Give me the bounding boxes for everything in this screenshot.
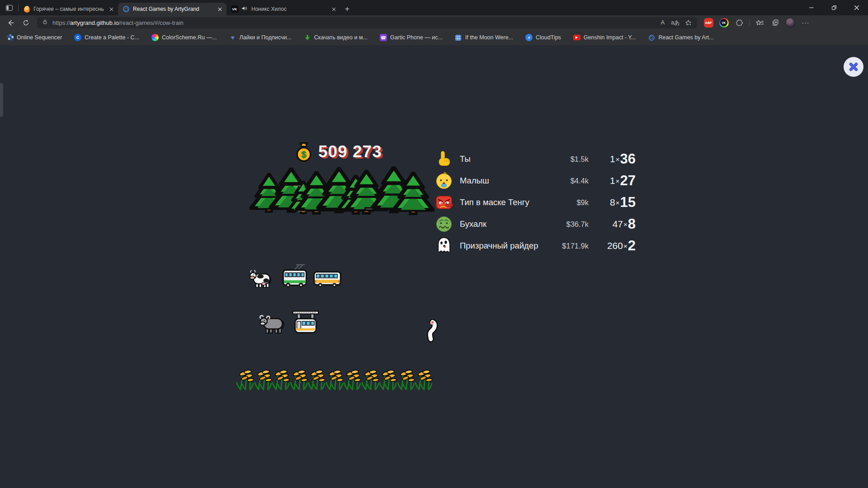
upgrade-row-baby[interactable]: Малыш $4.4k 1×27 <box>435 170 636 192</box>
nauseated-face-icon <box>435 215 453 233</box>
upgrade-price: $171.9k <box>548 242 589 250</box>
tab-pikabu[interactable]: Горячее – самые интересные и <box>19 3 118 15</box>
bookmark-video-download[interactable]: Скачать видео и м... <box>304 34 368 41</box>
close-window-button[interactable] <box>845 0 868 15</box>
upgrade-row-buhalk[interactable]: Бухалк $36.7k 47×8 <box>435 213 636 235</box>
settings-menu-icon[interactable]: ··· <box>798 17 813 28</box>
adblock-plus-icon[interactable]: ABP <box>701 17 716 28</box>
bookmark-cloudtips[interactable]: // CloudTips <box>525 34 561 41</box>
tab-close-icon[interactable] <box>216 5 224 13</box>
back-button[interactable] <box>4 17 17 28</box>
bus-icon[interactable] <box>312 270 342 289</box>
window-controls <box>800 0 868 15</box>
bookmark-colorscheme[interactable]: ColorScheme.Ru —... <box>151 34 217 41</box>
upgrade-count: 1×27 <box>589 173 636 189</box>
tab-actions-button[interactable] <box>0 0 18 15</box>
upgrade-count: 8×15 <box>589 194 636 211</box>
tab-react-games[interactable]: React Games by ArtyGrand <box>118 3 226 15</box>
worm-icon[interactable] <box>423 319 439 342</box>
download-arrow-icon <box>304 34 311 41</box>
bookmark-gartic-phone[interactable]: ☎ Gartic Phone — ис... <box>380 34 443 41</box>
youtube-icon <box>573 34 580 41</box>
vk-favicon-icon: VK <box>231 5 238 13</box>
upgrade-name: Бухалк <box>460 219 548 229</box>
bookmark-likes[interactable]: ♥ Лайки и Подписчи... <box>229 34 292 41</box>
left-edge-strip <box>0 83 3 117</box>
refresh-button[interactable] <box>19 17 33 28</box>
tab-vk-music[interactable]: VK Ноникс Хилос <box>226 3 340 15</box>
collections-icon[interactable] <box>767 17 783 28</box>
bookmarks-bar: Online Sequencer C Create a Palette - C.… <box>0 30 868 45</box>
lock-icon <box>42 19 48 27</box>
address-bar[interactable]: https://artygrand.github.io/react-games/… <box>37 17 697 28</box>
baby-face-icon <box>435 172 453 190</box>
react-games-icon <box>648 34 655 41</box>
blue-cross-icon <box>848 61 859 72</box>
tab-audio-icon[interactable] <box>241 5 248 13</box>
bookmark-genshin-youtube[interactable]: Genshin Impact - Y... <box>573 34 636 41</box>
new-tab-button[interactable]: + <box>340 3 354 15</box>
tab-title: React Games by ArtyGrand <box>133 6 212 12</box>
upgrade-name: Тип в маске Тенгу <box>460 197 548 207</box>
browser-tab-bar: Горячее – самые интересные и React Games… <box>0 0 868 15</box>
bookmark-create-palette[interactable]: C Create a Palette - C... <box>74 34 139 41</box>
toolbar-divider <box>749 19 750 26</box>
money-counter: 509 273 <box>294 142 382 162</box>
add-favorite-icon[interactable] <box>682 18 694 28</box>
minimize-button[interactable] <box>800 0 823 15</box>
palette-icon: C <box>74 34 81 41</box>
money-bag-icon <box>294 142 314 162</box>
color-wheel-icon <box>151 34 159 41</box>
url-text: https://artygrand.github.io/react-games/… <box>52 19 184 26</box>
tab-close-icon[interactable] <box>107 5 115 13</box>
upgrade-count: 1×36 <box>589 151 636 167</box>
banknote-icon[interactable] <box>296 204 307 211</box>
vk-extension-icon[interactable]: VK <box>716 17 731 28</box>
read-aloud-icon[interactable]: A <box>656 18 669 28</box>
bookmark-react-games[interactable]: React Games by Art... <box>648 34 713 41</box>
upgrade-name: Ты <box>460 154 548 164</box>
upgrade-count: 260×2 <box>589 238 636 254</box>
upgrade-name: Призрачный райдер <box>460 241 548 251</box>
upgrade-price: $4.4k <box>548 177 589 185</box>
grid-icon <box>455 34 462 41</box>
cloudtips-icon: // <box>525 34 533 41</box>
banknote-icon[interactable] <box>292 179 302 186</box>
tab-title: Горячее – самые интересные и <box>33 6 104 12</box>
ghost-icon <box>435 237 453 255</box>
goblin-mask-icon <box>435 193 453 211</box>
blue-heart-icon: ♥ <box>229 34 236 41</box>
upgrade-price: $1.5k <box>548 155 589 164</box>
upgrade-row-tengu[interactable]: Тип в маске Тенгу $9k 8×15 <box>435 192 636 213</box>
game-page: 509 273 Ты $1.5k 1×36 Малыш $4.4k 1×27 Т… <box>0 45 868 488</box>
water-buffalo-icon[interactable] <box>259 314 286 334</box>
online-sequencer-icon <box>6 34 14 41</box>
tab-title: Ноникс Хилос <box>251 6 326 12</box>
pointing-hand-icon <box>435 150 453 168</box>
bookmark-online-sequencer[interactable]: Online Sequencer <box>6 34 62 41</box>
banknote-icon[interactable] <box>364 203 373 209</box>
upgrade-row-ghost-rider[interactable]: Призрачный райдер $171.9k 260×2 <box>435 235 636 257</box>
trolleybus-icon[interactable] <box>281 263 309 289</box>
tab-close-icon[interactable] <box>330 5 338 13</box>
upgrade-row-you[interactable]: Ты $1.5k 1×36 <box>435 148 636 170</box>
cow-icon[interactable] <box>249 270 273 290</box>
upgrade-price: $9k <box>548 198 589 207</box>
suspension-railway-icon[interactable] <box>292 310 319 335</box>
translate-icon[interactable]: aあ <box>669 18 682 28</box>
react-games-favicon-icon <box>123 5 130 13</box>
favorites-bar-icon[interactable] <box>752 17 767 28</box>
evergreen-tree-icon <box>392 172 435 215</box>
toolbar-extensions: ABP VK ··· <box>701 17 813 28</box>
money-value: 509 273 <box>318 142 382 161</box>
upgrades-panel: Ты $1.5k 1×36 Малыш $4.4k 1×27 Тип в мас… <box>435 148 636 257</box>
restore-button[interactable] <box>823 0 845 15</box>
upgrade-count: 47×8 <box>589 216 636 232</box>
tab-layout-icon <box>6 5 13 11</box>
extension-icon[interactable] <box>731 17 747 28</box>
profile-avatar[interactable] <box>783 17 798 28</box>
bookmark-moon-grid[interactable]: If the Moon Were... <box>455 34 513 41</box>
sheaf-of-rice-icon <box>413 368 435 390</box>
phone-icon: ☎ <box>380 34 387 41</box>
game-close-button[interactable] <box>844 57 863 77</box>
